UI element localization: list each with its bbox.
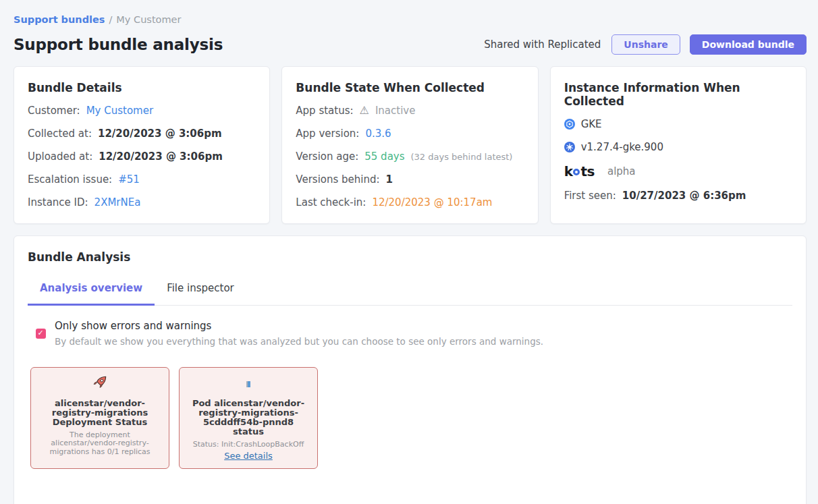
instance-row-distribution: GKE (564, 117, 792, 131)
detail-row-customer: Customer: My Customer (28, 104, 256, 117)
broken-image-icon (246, 381, 250, 387)
page-title: Support bundle analysis (13, 36, 223, 53)
app-version-link[interactable]: 0.3.6 (365, 128, 391, 140)
detail-row-instance-id: Instance ID: 2XMrNEa (28, 196, 256, 209)
state-row-app-status: App status: ⚠ Inactive (296, 104, 524, 117)
state-row-version-age: Version age: 55 days (32 days behind lat… (296, 150, 524, 163)
breadcrumb-separator: / (109, 14, 112, 25)
errors-warnings-checkbox[interactable] (36, 329, 46, 339)
shared-status-text: Shared with Replicated (484, 38, 601, 51)
analysis-tabs: Analysis overview File inspector (28, 282, 792, 306)
version-age-note: (32 days behind latest) (411, 152, 513, 162)
instance-id-label: Instance ID: (28, 196, 88, 208)
tab-file-inspector[interactable]: File inspector (155, 282, 246, 306)
last-checkin-value: 12/20/2023 @ 10:17am (372, 196, 492, 208)
filter-label[interactable]: Only show errors and warnings (55, 320, 543, 332)
kots-logo: kts (564, 165, 595, 178)
state-row-versions-behind: Versions behind: 1 (296, 173, 524, 186)
icon-area (38, 376, 162, 392)
versions-behind-value: 1 (386, 173, 393, 186)
breadcrumb: Support bundles/My Customer (13, 0, 807, 25)
breadcrumb-current: My Customer (116, 14, 181, 25)
instance-row-first-seen: First seen: 10/27/2023 @ 6:36pm (564, 189, 792, 202)
header-actions: Shared with Replicated Unshare Download … (484, 34, 807, 55)
last-checkin-label: Last check-in: (296, 196, 366, 208)
tab-analysis-overview[interactable]: Analysis overview (28, 282, 155, 306)
customer-label: Customer: (28, 105, 80, 117)
detail-row-escalation-issue: Escalation issue: #51 (28, 173, 256, 186)
filter-text: Only show errors and warnings By default… (55, 320, 543, 347)
filter-row: Only show errors and warnings By default… (28, 320, 792, 347)
version-age-value: 55 days (364, 150, 404, 163)
bundle-details-title: Bundle Details (28, 81, 256, 94)
bundle-state-title: Bundle State When Collected (296, 81, 524, 94)
icon-area (186, 376, 310, 392)
first-seen-value: 10/27/2023 @ 6:36pm (622, 190, 746, 202)
kubernetes-icon (564, 142, 575, 152)
rocket-icon (92, 375, 107, 393)
distribution-value: GKE (581, 118, 602, 130)
analysis-card-title: Pod alicenstar/vendor-registry-migration… (186, 399, 310, 437)
detail-row-uploaded-at: Uploaded at: 12/20/2023 @ 3:06pm (28, 150, 256, 163)
k8s-version-value: v1.27.4-gke.900 (581, 141, 663, 153)
escalation-issue-link[interactable]: #51 (118, 173, 140, 186)
app-status-value: Inactive (375, 105, 416, 117)
collected-at-label: Collected at: (28, 128, 92, 140)
analysis-card-message: Status: Init:CrashLoopBackOff (186, 441, 310, 449)
app-version-label: App version: (296, 128, 359, 140)
uploaded-at-value: 12/20/2023 @ 3:06pm (99, 150, 223, 163)
page: Support bundles/My Customer Support bund… (0, 0, 818, 504)
state-row-app-version: App version: 0.3.6 (296, 127, 524, 140)
analysis-card-message: The deployment alicenstar/vendor-registr… (38, 431, 162, 456)
detail-row-collected-at: Collected at: 12/20/2023 @ 3:06pm (28, 127, 256, 140)
filter-description: By default we show you everything that w… (55, 336, 543, 347)
analysis-card-pod-status[interactable]: Pod alicenstar/vendor-registry-migration… (179, 367, 318, 469)
analysis-card-deployment-status[interactable]: alicenstar/vendor-registry-migrations De… (30, 367, 169, 469)
escalation-issue-label: Escalation issue: (28, 173, 112, 186)
warning-icon: ⚠ (360, 105, 369, 116)
instance-info-title: Instance Information When Collected (564, 81, 792, 108)
analysis-result-cards: alicenstar/vendor-registry-migrations De… (28, 367, 792, 469)
gke-icon (564, 119, 575, 130)
bundle-state-card: Bundle State When Collected App status: … (281, 66, 538, 224)
app-status-label: App status: (296, 105, 353, 117)
kots-logo-ts: ts (580, 165, 594, 178)
instance-info-card: Instance Information When Collected GKE … (550, 66, 807, 224)
collected-at-value: 12/20/2023 @ 3:06pm (98, 128, 222, 140)
page-header: Support bundle analysis Shared with Repl… (13, 34, 807, 55)
summary-cards: Bundle Details Customer: My Customer Col… (13, 66, 807, 224)
breadcrumb-support-bundles-link[interactable]: Support bundles (13, 14, 105, 25)
download-bundle-button[interactable]: Download bundle (690, 34, 807, 55)
bundle-analysis-title: Bundle Analysis (28, 250, 792, 264)
bundle-analysis-panel: Bundle Analysis Analysis overview File i… (13, 235, 807, 504)
bundle-details-card: Bundle Details Customer: My Customer Col… (13, 66, 270, 224)
state-row-last-checkin: Last check-in: 12/20/2023 @ 10:17am (296, 196, 524, 209)
kots-logo-k: k (564, 165, 573, 178)
instance-row-kots: kts alpha (564, 165, 792, 178)
version-age-label: Version age: (296, 150, 358, 163)
versions-behind-label: Versions behind: (296, 173, 379, 186)
customer-link[interactable]: My Customer (86, 105, 153, 117)
kots-logo-o-icon (573, 169, 580, 175)
analysis-card-title: alicenstar/vendor-registry-migrations De… (38, 399, 162, 427)
instance-row-k8s-version: v1.27.4-gke.900 (564, 140, 792, 154)
see-details-link[interactable]: See details (224, 451, 273, 461)
uploaded-at-label: Uploaded at: (28, 150, 92, 163)
first-seen-label: First seen: (564, 190, 616, 202)
instance-id-link[interactable]: 2XMrNEa (94, 196, 141, 208)
unshare-button[interactable]: Unshare (611, 34, 680, 55)
kots-channel: alpha (607, 165, 636, 177)
